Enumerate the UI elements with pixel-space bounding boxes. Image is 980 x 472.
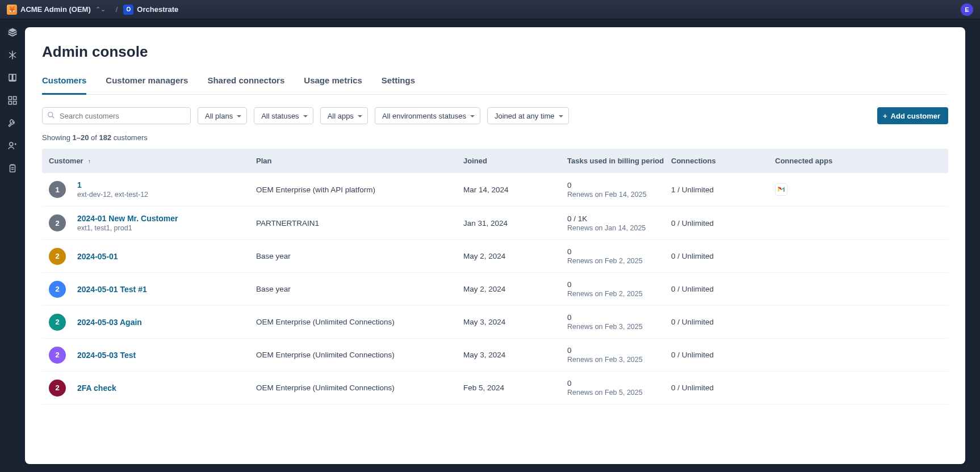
col-header-tasks[interactable]: Tasks used in billing period bbox=[567, 157, 671, 165]
app-logo: O bbox=[123, 5, 133, 15]
cell-tasks-sub: Renews on Feb 2, 2025 bbox=[567, 257, 671, 265]
table-row[interactable]: 22024-05-01Base yearMay 2, 20240Renews o… bbox=[42, 240, 948, 273]
col-header-customer[interactable]: Customer ↑ bbox=[49, 157, 256, 165]
plus-icon: + bbox=[883, 112, 887, 120]
table-row[interactable]: 22024-05-03 AgainOEM Enterprise (Unlimit… bbox=[42, 306, 948, 339]
cell-tasks: 0 bbox=[567, 181, 671, 189]
filter-joined-at-any-time[interactable]: Joined at any time bbox=[487, 107, 569, 124]
cell-connections: 0 / Unlimited bbox=[671, 318, 775, 326]
grid-icon[interactable] bbox=[7, 95, 18, 106]
svg-rect-5 bbox=[10, 165, 15, 172]
table-body: 11ext-dev-12, ext-test-12OEM Enterprise … bbox=[42, 173, 948, 404]
customer-name-link[interactable]: 2024-01 New Mr. Customer bbox=[77, 214, 178, 223]
add-customer-button[interactable]: + Add customer bbox=[877, 107, 948, 124]
table-row[interactable]: 11ext-dev-12, ext-test-12OEM Enterprise … bbox=[42, 173, 948, 206]
org-logo: 🦊 bbox=[7, 5, 17, 15]
tab-bar: CustomersCustomer managersShared connect… bbox=[42, 75, 948, 95]
table-row[interactable]: 22024-05-03 TestOEM Enterprise (Unlimite… bbox=[42, 339, 948, 372]
table-row[interactable]: 22024-01 New Mr. Customerext1, test1, pr… bbox=[42, 206, 948, 240]
col-header-plan[interactable]: Plan bbox=[256, 157, 463, 165]
cell-connections: 0 / Unlimited bbox=[671, 384, 775, 392]
user-avatar[interactable]: E bbox=[961, 3, 973, 16]
customer-name-link[interactable]: 1 bbox=[77, 180, 148, 189]
cell-tasks: 0 bbox=[567, 346, 671, 355]
cell-plan: OEM Enterprise (Unlimited Connections) bbox=[256, 351, 463, 359]
filter-all-apps[interactable]: All apps bbox=[320, 107, 368, 124]
filter-all-environments-statuses[interactable]: All environments statuses bbox=[375, 107, 480, 124]
customer-name-link[interactable]: 2024-05-01 bbox=[77, 252, 118, 261]
cell-tasks-sub: Renews on Feb 14, 2025 bbox=[567, 191, 671, 199]
customer-avatar: 2 bbox=[49, 248, 66, 265]
cell-tasks-sub: Renews on Jan 14, 2025 bbox=[567, 224, 671, 232]
col-header-apps[interactable]: Connected apps bbox=[775, 157, 941, 165]
customer-name-link[interactable]: 2024-05-01 Test #1 bbox=[77, 285, 147, 294]
col-header-joined[interactable]: Joined bbox=[463, 157, 567, 165]
search-icon bbox=[47, 111, 55, 121]
svg-point-6 bbox=[48, 112, 53, 117]
customer-name-link[interactable]: 2FA check bbox=[77, 384, 116, 393]
cell-tasks-sub: Renews on Feb 3, 2025 bbox=[567, 323, 671, 331]
sidebar bbox=[0, 19, 25, 472]
top-bar: 🦊 ACME Admin (OEM) ⌃⌄ / O Orchestrate E bbox=[0, 0, 980, 19]
add-customer-label: Add customer bbox=[891, 112, 940, 120]
result-count: Showing 1–20 of 182 customers bbox=[42, 133, 948, 142]
cell-joined: Jan 31, 2024 bbox=[463, 219, 567, 227]
customer-name-link[interactable]: 2024-05-03 Again bbox=[77, 318, 142, 327]
cell-connections: 0 / Unlimited bbox=[671, 285, 775, 293]
cell-plan: Base year bbox=[256, 252, 463, 260]
cell-tasks-sub: Renews on Feb 5, 2025 bbox=[567, 389, 671, 397]
svg-point-4 bbox=[10, 142, 13, 146]
cell-plan: PARTNERTRAIN1 bbox=[256, 219, 463, 227]
cell-tasks-sub: Renews on Feb 2, 2025 bbox=[567, 290, 671, 298]
cell-tasks: 0 / 1K bbox=[567, 214, 671, 223]
customer-avatar: 2 bbox=[49, 281, 66, 298]
account-switcher[interactable]: ACME Admin (OEM) bbox=[20, 5, 91, 14]
book-icon[interactable] bbox=[7, 73, 18, 83]
customer-avatar: 2 bbox=[49, 380, 66, 397]
customer-name-link[interactable]: 2024-05-03 Test bbox=[77, 351, 136, 360]
wrench-icon[interactable] bbox=[7, 118, 18, 128]
user-plus-icon[interactable] bbox=[7, 141, 18, 151]
cell-tasks: 0 bbox=[567, 313, 671, 322]
snowflake-icon[interactable] bbox=[7, 50, 18, 60]
gmail-icon[interactable] bbox=[775, 183, 788, 196]
clipboard-icon[interactable] bbox=[7, 163, 18, 174]
svg-rect-2 bbox=[9, 102, 11, 104]
search-input[interactable] bbox=[42, 107, 191, 124]
cell-tasks: 0 bbox=[567, 280, 671, 289]
cell-joined: May 2, 2024 bbox=[463, 285, 567, 293]
cell-tasks: 0 bbox=[567, 379, 671, 387]
col-header-connections[interactable]: Connections bbox=[671, 157, 775, 165]
tab-customers[interactable]: Customers bbox=[42, 75, 86, 95]
sort-ascending-icon: ↑ bbox=[88, 158, 91, 165]
customer-avatar: 2 bbox=[49, 314, 66, 331]
table-header: Customer ↑ Plan Joined Tasks used in bil… bbox=[42, 149, 948, 173]
breadcrumb-separator: / bbox=[116, 5, 118, 14]
cell-apps bbox=[775, 183, 941, 196]
cell-tasks-sub: Renews on Feb 3, 2025 bbox=[567, 356, 671, 364]
filter-all-plans[interactable]: All plans bbox=[198, 107, 247, 124]
cell-joined: May 3, 2024 bbox=[463, 318, 567, 326]
cell-joined: Feb 5, 2024 bbox=[463, 384, 567, 392]
chevron-updown-icon[interactable]: ⌃⌄ bbox=[95, 6, 106, 13]
tab-shared-connectors[interactable]: Shared connectors bbox=[207, 75, 284, 94]
cell-joined: Mar 14, 2024 bbox=[463, 186, 567, 194]
cell-joined: May 3, 2024 bbox=[463, 351, 567, 359]
cell-plan: Base year bbox=[256, 285, 463, 293]
svg-rect-0 bbox=[9, 96, 11, 99]
app-name[interactable]: Orchestrate bbox=[137, 5, 178, 14]
cell-plan: OEM Enterprise (Unlimited Connections) bbox=[256, 384, 463, 392]
tab-settings[interactable]: Settings bbox=[382, 75, 415, 94]
cell-plan: OEM Enterprise (with API platform) bbox=[256, 186, 463, 194]
cell-tasks: 0 bbox=[567, 247, 671, 256]
table-row[interactable]: 22024-05-01 Test #1Base yearMay 2, 20240… bbox=[42, 273, 948, 306]
layers-icon[interactable] bbox=[7, 27, 18, 37]
filter-all-statuses[interactable]: All statuses bbox=[254, 107, 313, 124]
page-title: Admin console bbox=[42, 43, 948, 61]
tab-usage-metrics[interactable]: Usage metrics bbox=[304, 75, 362, 94]
cell-connections: 0 / Unlimited bbox=[671, 351, 775, 359]
tab-customer-managers[interactable]: Customer managers bbox=[106, 75, 188, 94]
customer-avatar: 2 bbox=[49, 347, 66, 364]
main-panel: Admin console CustomersCustomer managers… bbox=[25, 27, 965, 464]
table-row[interactable]: 22FA checkOEM Enterprise (Unlimited Conn… bbox=[42, 372, 948, 404]
